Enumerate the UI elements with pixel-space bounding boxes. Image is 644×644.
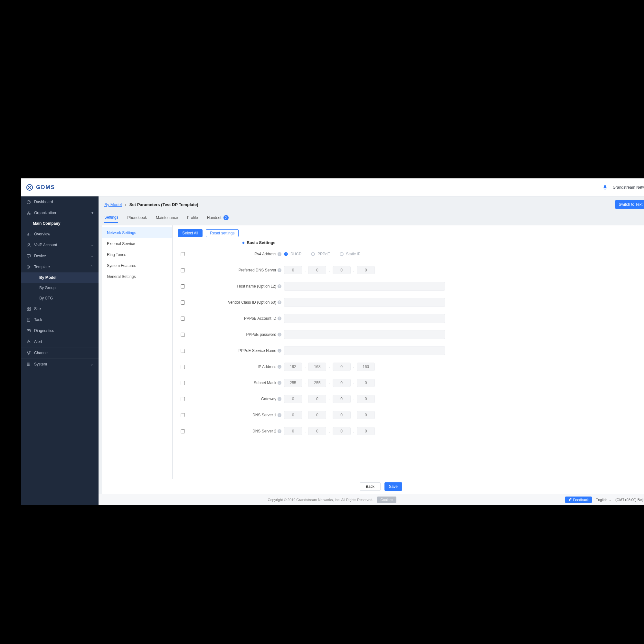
row-checkbox[interactable] xyxy=(181,268,185,272)
sidebar-sub-main-company[interactable]: Main Company xyxy=(21,218,99,229)
radio-dhcp[interactable] xyxy=(284,252,288,256)
field-label: PPPoE password? xyxy=(187,332,284,337)
svg-rect-12 xyxy=(27,318,30,322)
row-checkbox[interactable] xyxy=(181,252,185,256)
info-icon[interactable]: ? xyxy=(278,381,281,385)
tab-phonebook[interactable]: Phonebook xyxy=(127,213,147,223)
reset-settings-button[interactable]: Reset settings xyxy=(206,229,239,237)
rail-ring-tones[interactable]: Ring Tones xyxy=(102,249,172,260)
sidebar-item-alert[interactable]: Alert xyxy=(21,336,99,347)
sidebar-sub-by-cfg[interactable]: By CFG xyxy=(21,293,99,303)
sidebar-item-overview[interactable]: Overview xyxy=(21,229,99,240)
tab-settings[interactable]: Settings xyxy=(104,213,118,223)
feedback-button[interactable]: Feedback xyxy=(565,497,592,503)
octet-input[interactable] xyxy=(284,266,302,274)
breadcrumb-root[interactable]: By Model xyxy=(104,202,122,207)
octet-input[interactable] xyxy=(333,427,351,435)
octet-input[interactable] xyxy=(357,266,375,274)
octet-input[interactable] xyxy=(357,395,375,403)
octet-input[interactable] xyxy=(333,363,351,371)
tab-handset[interactable]: Handset 2 xyxy=(207,213,229,223)
octet-input[interactable] xyxy=(333,379,351,387)
back-button[interactable]: Back xyxy=(360,482,381,491)
cookies-button[interactable]: Cookies xyxy=(377,497,396,503)
info-icon[interactable]: ? xyxy=(278,429,281,433)
octet-input[interactable] xyxy=(284,363,302,371)
row-checkbox[interactable] xyxy=(181,413,185,417)
info-icon[interactable]: ? xyxy=(278,365,281,369)
sidebar-item-device[interactable]: Device ⌄ xyxy=(21,251,99,261)
info-icon[interactable]: ? xyxy=(278,349,281,353)
sidebar-item-task[interactable]: Task xyxy=(21,314,99,325)
octet-input[interactable] xyxy=(284,379,302,387)
sidebar-item-diagnostics[interactable]: Diagnostics xyxy=(21,325,99,336)
tab-maintenance[interactable]: Maintenance xyxy=(156,213,178,223)
row-checkbox[interactable] xyxy=(181,300,185,305)
info-icon[interactable]: ? xyxy=(278,413,281,417)
tab-profile[interactable]: Profile xyxy=(187,213,198,223)
svg-rect-9 xyxy=(29,307,30,308)
rail-system-features[interactable]: System Features xyxy=(102,260,172,271)
sidebar-item-organization[interactable]: Organization ▾ xyxy=(21,207,99,218)
sidebar-item-voip[interactable]: VoIP Account ⌄ xyxy=(21,240,99,251)
brand-logo[interactable]: GDMS xyxy=(26,184,55,191)
info-icon[interactable]: ? xyxy=(278,317,281,320)
select-all-button[interactable]: Select All xyxy=(178,229,203,237)
pppoe-account-input[interactable] xyxy=(284,314,445,323)
octet-input[interactable] xyxy=(284,395,302,403)
octet-input[interactable] xyxy=(333,266,351,274)
sidebar-item-site[interactable]: Site xyxy=(21,303,99,314)
sidebar-item-template[interactable]: Template ⌃ xyxy=(21,261,99,272)
user-menu[interactable]: Grandstream Networks xyxy=(613,185,644,190)
info-icon[interactable]: ? xyxy=(278,252,281,256)
octet-input[interactable] xyxy=(357,363,375,371)
row-checkbox[interactable] xyxy=(181,429,185,433)
pppoe-password-input[interactable] xyxy=(284,330,445,339)
sidebar-item-channel[interactable]: Channel xyxy=(21,347,99,358)
sidebar-sub-by-group[interactable]: By Group xyxy=(21,283,99,293)
tz-dropdown[interactable]: (GMT+08:00) Beijing, Ch ⌄ xyxy=(615,497,644,502)
octet-input[interactable] xyxy=(357,427,375,435)
octet-input[interactable] xyxy=(308,379,326,387)
alert-icon xyxy=(26,339,31,344)
octet-input[interactable] xyxy=(308,363,326,371)
octet-input[interactable] xyxy=(357,411,375,419)
row-checkbox[interactable] xyxy=(181,284,185,289)
label-text: IP Address xyxy=(258,365,276,369)
rail-external-service[interactable]: External Service xyxy=(102,238,172,249)
row-checkbox[interactable] xyxy=(181,365,185,369)
lang-dropdown[interactable]: English ⌄ xyxy=(596,497,611,502)
octet-input[interactable] xyxy=(308,411,326,419)
row-checkbox[interactable] xyxy=(181,333,185,337)
save-button[interactable]: Save xyxy=(384,482,402,491)
row-checkbox[interactable] xyxy=(181,317,185,321)
info-icon[interactable]: ? xyxy=(278,397,281,401)
row-checkbox[interactable] xyxy=(181,397,185,401)
sidebar-sub-by-model[interactable]: By Model xyxy=(21,272,99,283)
switch-to-text-editor-button[interactable]: Switch to Text Editor xyxy=(615,200,644,209)
octet-input[interactable] xyxy=(308,395,326,403)
vendor-class-input[interactable] xyxy=(284,298,445,307)
radio-pppoe[interactable] xyxy=(311,252,315,256)
row-checkbox[interactable] xyxy=(181,381,185,385)
octet-input[interactable] xyxy=(284,427,302,435)
row-checkbox[interactable] xyxy=(181,349,185,353)
octet-input[interactable] xyxy=(333,395,351,403)
octet-input[interactable] xyxy=(333,411,351,419)
octet-input[interactable] xyxy=(308,266,326,274)
host-input[interactable] xyxy=(284,282,445,291)
info-icon[interactable]: ? xyxy=(278,333,281,336)
info-icon[interactable]: ? xyxy=(278,284,281,288)
radio-static[interactable] xyxy=(340,252,344,256)
octet-input[interactable] xyxy=(357,379,375,387)
octet-input[interactable] xyxy=(284,411,302,419)
info-icon[interactable]: ? xyxy=(278,268,281,272)
rail-network-settings[interactable]: Network Settings xyxy=(102,227,172,238)
sidebar-item-dashboard[interactable]: Dashboard xyxy=(21,196,99,207)
rail-general-settings[interactable]: General Settings xyxy=(102,271,172,282)
info-icon[interactable]: ? xyxy=(278,300,281,304)
pppoe-service-input[interactable] xyxy=(284,346,445,355)
bell-icon[interactable] xyxy=(602,185,608,190)
octet-input[interactable] xyxy=(308,427,326,435)
sidebar-item-system[interactable]: System ⌄ xyxy=(21,359,99,370)
